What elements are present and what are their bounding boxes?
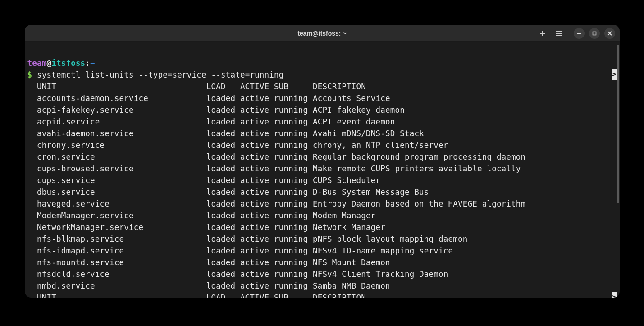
column-header-row: UNIT LOAD ACTIVE SUB DESCRIPTION xyxy=(27,81,617,92)
window-title: team@itsfoss: ~ xyxy=(297,30,346,37)
scrollbar-thumb[interactable] xyxy=(617,45,619,203)
service-row: dbus.service loaded active running D-Bus… xyxy=(27,186,617,198)
prompt-symbol: $ xyxy=(27,70,32,79)
service-row: cups.service loaded active running CUPS … xyxy=(27,174,617,186)
prompt-colon: : xyxy=(85,59,90,68)
service-row: haveged.service loaded active running En… xyxy=(27,198,617,210)
prompt-line: team@itsfoss:~ xyxy=(27,59,95,68)
titlebar: team@itsfoss: ~ xyxy=(25,25,620,42)
hamburger-menu-icon[interactable] xyxy=(555,29,563,37)
prompt-user: team xyxy=(27,59,47,68)
minimize-button[interactable] xyxy=(574,28,585,39)
titlebar-controls xyxy=(539,28,615,39)
service-rows: accounts-daemon.service loaded active ru… xyxy=(27,92,617,292)
maximize-button[interactable] xyxy=(589,28,600,39)
service-row: chrony.service loaded active running chr… xyxy=(27,139,617,151)
service-row: acpid.service loaded active running ACPI… xyxy=(27,116,617,128)
window-buttons xyxy=(574,28,615,39)
service-row: nfs-mountd.service loaded active running… xyxy=(27,257,617,268)
close-button[interactable] xyxy=(604,28,615,39)
service-row: cron.service loaded active running Regul… xyxy=(27,151,617,163)
terminal-output[interactable]: team@itsfoss:~ $ systemctl list-units --… xyxy=(25,42,620,298)
terminal-window: team@itsfoss: ~ team@itsfoss:~ $ sys xyxy=(25,25,620,298)
service-row: nmbd.service loaded active running Samba… xyxy=(27,280,617,292)
svg-rect-0 xyxy=(593,32,596,35)
service-row: accounts-daemon.service loaded active ru… xyxy=(27,92,617,104)
prompt-at: @ xyxy=(46,59,51,68)
command-text: systemctl list-units --type=service --st… xyxy=(37,70,284,79)
service-row: NetworkManager.service loaded active run… xyxy=(27,221,617,233)
service-row: acpi-fakekey.service loaded active runni… xyxy=(27,104,617,116)
scrollbar[interactable] xyxy=(616,42,620,298)
prompt-path: ~ xyxy=(90,59,95,68)
service-row: ModemManager.service loaded active runni… xyxy=(27,210,617,221)
service-row: nfs-idmapd.service loaded active running… xyxy=(27,245,617,257)
service-row: nfs-blkmap.service loaded active running… xyxy=(27,233,617,245)
prompt-host: itsfoss xyxy=(51,59,85,68)
service-row: nfsdcld.service loaded active running NF… xyxy=(27,268,617,280)
new-tab-icon[interactable] xyxy=(539,29,547,37)
column-header-row-repeat: UNIT LOAD ACTIVE SUB DESCRIPTION xyxy=(27,292,617,298)
service-row: avahi-daemon.service loaded active runni… xyxy=(27,128,617,139)
service-row: cups-browsed.service loaded active runni… xyxy=(27,163,617,174)
